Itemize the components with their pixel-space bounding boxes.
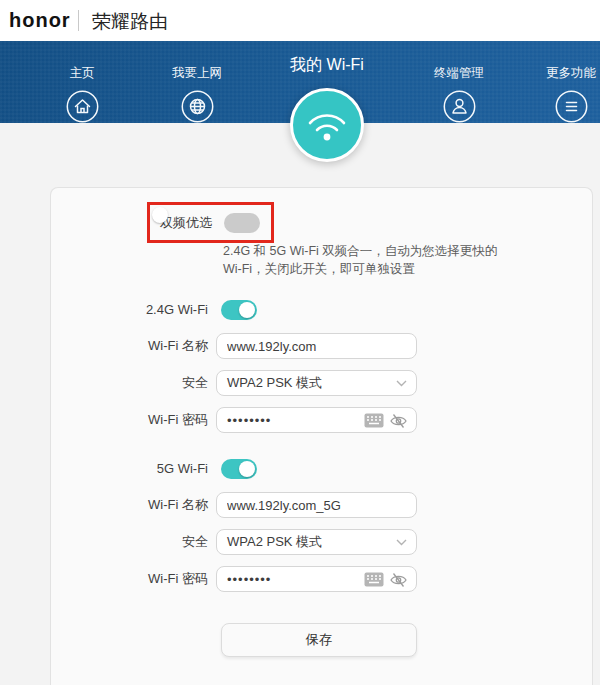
toggle-knob [239, 302, 255, 318]
dual-band-description: 2.4G 和 5G Wi-Fi 双频合一，自动为您选择更快的 Wi-Fi，关闭此… [223, 243, 515, 278]
header-divider [78, 10, 79, 31]
row-24g-name: Wi-Fi 名称 [51, 333, 594, 359]
row-5g-name: Wi-Fi 名称 [51, 492, 594, 518]
home-icon [66, 90, 99, 123]
wifi-24g-toggle[interactable] [221, 300, 257, 320]
wifi-settings-card: 双频优选 2.4G 和 5G Wi-Fi 双频合一，自动为您选择更快的 Wi-F… [50, 187, 593, 685]
chevron-down-icon [396, 380, 407, 387]
nav-label-more: 更多功能 [516, 65, 600, 82]
wifi-5g-password-field [216, 566, 417, 592]
globe-icon [181, 90, 214, 123]
wifi-24g-name-field [216, 333, 417, 359]
nav-label-internet: 我要上网 [142, 65, 252, 82]
row-24g-toggle: 2.4G Wi-Fi [51, 300, 594, 321]
eye-off-icon[interactable] [389, 413, 408, 429]
honor-logo: honor [9, 9, 71, 32]
content-area: 双频优选 2.4G 和 5G Wi-Fi 双频合一，自动为您选择更快的 Wi-F… [0, 123, 600, 685]
security-label: 安全 [51, 529, 208, 555]
nav-label-my-wifi: 我的 Wi-Fi [290, 55, 364, 76]
router-admin-page: honor 荣耀路由 主页 我要上网 终端管理 [0, 0, 600, 685]
selected-option: WPA2 PSK 模式 [217, 371, 416, 395]
wifi-name-label: Wi-Fi 名称 [51, 492, 208, 518]
row-5g-password: Wi-Fi 密码 [51, 566, 594, 592]
nav-item-devices[interactable]: 终端管理 [404, 41, 514, 123]
wifi-password-label: Wi-Fi 密码 [51, 407, 208, 433]
highlight-box: 双频优选 [147, 202, 274, 243]
nav-item-my-wifi[interactable] [290, 88, 364, 162]
chevron-down-icon [396, 539, 407, 546]
wifi-24g-password-input[interactable] [217, 408, 416, 432]
wifi-24g-security-select[interactable]: WPA2 PSK 模式 [216, 370, 417, 396]
toggle-knob [152, 207, 168, 223]
wifi-password-label: Wi-Fi 密码 [51, 566, 208, 592]
nav-label-home: 主页 [27, 65, 137, 82]
user-icon [443, 90, 476, 123]
nav-item-more[interactable]: 更多功能 [516, 41, 600, 123]
wifi-5g-toggle[interactable] [221, 459, 257, 479]
dual-band-toggle[interactable] [224, 213, 260, 233]
nav-item-internet[interactable]: 我要上网 [142, 41, 252, 123]
row-24g-password: Wi-Fi 密码 [51, 407, 594, 433]
wifi-5g-security-select[interactable]: WPA2 PSK 模式 [216, 529, 417, 555]
menu-icon [555, 90, 588, 123]
row-5g-toggle: 5G Wi-Fi [51, 459, 594, 480]
row-24g-security: 安全 WPA2 PSK 模式 [51, 370, 594, 396]
wifi-5g-name-input[interactable] [217, 493, 416, 517]
keyboard-icon[interactable] [364, 572, 384, 587]
app-header: honor 荣耀路由 [0, 0, 600, 41]
wifi-icon [304, 107, 350, 143]
keyboard-icon[interactable] [364, 413, 384, 428]
security-label: 安全 [51, 370, 208, 396]
wifi-24g-label: 2.4G Wi-Fi [51, 300, 208, 320]
selected-option: WPA2 PSK 模式 [217, 530, 416, 554]
wifi-5g-password-input[interactable] [217, 567, 416, 591]
toggle-knob [239, 461, 255, 477]
product-title: 荣耀路由 [92, 9, 168, 35]
nav-item-home[interactable]: 主页 [27, 41, 137, 123]
nav-label-devices: 终端管理 [404, 65, 514, 82]
wifi-5g-name-field [216, 492, 417, 518]
wifi-24g-name-input[interactable] [217, 334, 416, 358]
eye-off-icon[interactable] [389, 572, 408, 588]
save-button[interactable]: 保存 [221, 623, 417, 657]
wifi-5g-label: 5G Wi-Fi [51, 459, 208, 479]
wifi-name-label: Wi-Fi 名称 [51, 333, 208, 359]
row-5g-security: 安全 WPA2 PSK 模式 [51, 529, 594, 555]
wifi-24g-password-field [216, 407, 417, 433]
